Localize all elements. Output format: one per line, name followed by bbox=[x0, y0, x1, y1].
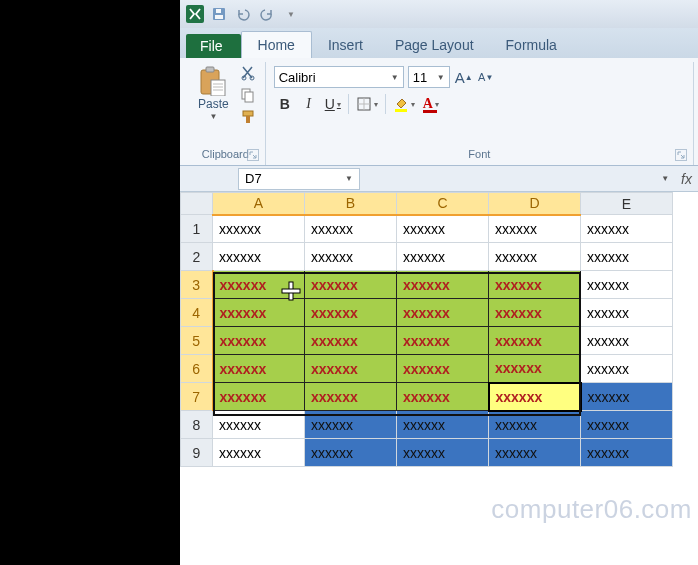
cell[interactable]: xxxxxx bbox=[581, 299, 673, 327]
fill-color-button[interactable]: ▾ bbox=[390, 93, 418, 115]
cell[interactable]: xxxxxx bbox=[581, 439, 673, 467]
tab-file[interactable]: File bbox=[186, 34, 241, 58]
undo-icon[interactable] bbox=[234, 5, 252, 23]
worksheet-grid[interactable]: ABCDE 1xxxxxxxxxxxxxxxxxxxxxxxxxxxxxx2xx… bbox=[180, 192, 698, 565]
cell[interactable]: xxxxxx bbox=[581, 327, 673, 355]
cell[interactable]: xxxxxx bbox=[489, 327, 581, 355]
cell[interactable]: xxxxxx bbox=[305, 411, 397, 439]
separator bbox=[385, 94, 386, 114]
cell[interactable]: xxxxxx bbox=[213, 215, 305, 243]
cell[interactable]: xxxxxx bbox=[489, 215, 581, 243]
cell[interactable]: xxxxxx bbox=[489, 383, 581, 411]
cell[interactable]: xxxxxx bbox=[581, 243, 673, 271]
cell[interactable]: xxxxxx bbox=[397, 411, 489, 439]
row-header[interactable]: 9 bbox=[181, 439, 213, 467]
format-painter-icon[interactable] bbox=[239, 108, 257, 126]
copy-icon[interactable] bbox=[239, 86, 257, 104]
cell[interactable]: xxxxxx bbox=[213, 411, 305, 439]
cell[interactable]: xxxxxx bbox=[397, 355, 489, 383]
cell[interactable]: xxxxxx bbox=[397, 383, 489, 411]
tab-insert[interactable]: Insert bbox=[312, 32, 379, 58]
fx-icon[interactable]: fx bbox=[681, 171, 692, 187]
tab-page-layout[interactable]: Page Layout bbox=[379, 32, 490, 58]
chevron-down-icon: ▼ bbox=[345, 174, 353, 183]
svg-rect-18 bbox=[395, 109, 407, 112]
row-header[interactable]: 7 bbox=[181, 383, 213, 411]
cell[interactable]: xxxxxx bbox=[397, 439, 489, 467]
column-header[interactable]: C bbox=[397, 193, 489, 215]
grow-font-button[interactable]: A▲ bbox=[454, 66, 474, 88]
row-header[interactable]: 8 bbox=[181, 411, 213, 439]
cell[interactable]: xxxxxx bbox=[489, 355, 581, 383]
underline-button[interactable]: U▾ bbox=[322, 93, 344, 115]
row-header[interactable]: 3 bbox=[181, 271, 213, 299]
cell[interactable]: xxxxxx bbox=[305, 299, 397, 327]
cell[interactable]: xxxxxx bbox=[213, 243, 305, 271]
cell[interactable]: xxxxxx bbox=[213, 439, 305, 467]
font-dialog-launcher-icon[interactable] bbox=[675, 149, 687, 161]
font-name-select[interactable]: Calibri ▼ bbox=[274, 66, 404, 88]
cell[interactable]: xxxxxx bbox=[581, 215, 673, 243]
cell[interactable]: xxxxxx bbox=[489, 271, 581, 299]
shrink-font-button[interactable]: A▼ bbox=[476, 66, 496, 88]
svg-rect-5 bbox=[211, 80, 225, 96]
font-name-value: Calibri bbox=[279, 70, 316, 85]
cell[interactable]: xxxxxx bbox=[213, 271, 305, 299]
chevron-down-icon: ▼ bbox=[391, 73, 399, 82]
chevron-down-icon: ▼ bbox=[209, 112, 217, 121]
cell[interactable]: xxxxxx bbox=[213, 327, 305, 355]
row-header[interactable]: 5 bbox=[181, 327, 213, 355]
tab-home[interactable]: Home bbox=[241, 31, 312, 58]
cell[interactable]: xxxxxx bbox=[305, 327, 397, 355]
row-header[interactable]: 2 bbox=[181, 243, 213, 271]
column-header[interactable]: E bbox=[581, 193, 673, 215]
cell[interactable]: xxxxxx bbox=[581, 383, 673, 411]
column-header[interactable]: B bbox=[305, 193, 397, 215]
cell[interactable]: xxxxxx bbox=[305, 215, 397, 243]
cell[interactable]: xxxxxx bbox=[213, 355, 305, 383]
cell[interactable]: xxxxxx bbox=[305, 271, 397, 299]
qat-customize-icon[interactable]: ▼ bbox=[282, 5, 300, 23]
cell[interactable]: xxxxxx bbox=[305, 383, 397, 411]
italic-button[interactable]: I bbox=[298, 93, 320, 115]
chevron-down-icon[interactable]: ▼ bbox=[661, 174, 669, 183]
svg-rect-12 bbox=[245, 92, 253, 102]
clipboard-dialog-launcher-icon[interactable] bbox=[247, 149, 259, 161]
paste-button[interactable]: Paste ▼ bbox=[194, 64, 233, 123]
redo-icon[interactable] bbox=[258, 5, 276, 23]
cell[interactable]: xxxxxx bbox=[489, 411, 581, 439]
select-all-corner[interactable] bbox=[181, 193, 213, 215]
cell[interactable]: xxxxxx bbox=[213, 299, 305, 327]
font-color-button[interactable]: A ▾ bbox=[420, 93, 442, 115]
cell[interactable]: xxxxxx bbox=[489, 299, 581, 327]
cell[interactable]: xxxxxx bbox=[489, 243, 581, 271]
svg-rect-1 bbox=[215, 15, 223, 19]
column-header[interactable]: A bbox=[213, 193, 305, 215]
font-size-select[interactable]: 11 ▼ bbox=[408, 66, 450, 88]
cell[interactable]: xxxxxx bbox=[305, 355, 397, 383]
cell[interactable]: xxxxxx bbox=[489, 439, 581, 467]
font-size-value: 11 bbox=[413, 70, 427, 85]
cell[interactable]: xxxxxx bbox=[581, 411, 673, 439]
row-header[interactable]: 6 bbox=[181, 355, 213, 383]
cell[interactable]: xxxxxx bbox=[397, 215, 489, 243]
cell[interactable]: xxxxxx bbox=[581, 355, 673, 383]
cell[interactable]: xxxxxx bbox=[397, 327, 489, 355]
bold-button[interactable]: B bbox=[274, 93, 296, 115]
name-box[interactable]: D7 ▼ bbox=[238, 168, 360, 190]
cell[interactable]: xxxxxx bbox=[305, 439, 397, 467]
cell[interactable]: xxxxxx bbox=[397, 243, 489, 271]
cell[interactable]: xxxxxx bbox=[581, 271, 673, 299]
tab-formulas[interactable]: Formula bbox=[490, 32, 573, 58]
cell[interactable]: xxxxxx bbox=[305, 243, 397, 271]
cell[interactable]: xxxxxx bbox=[397, 271, 489, 299]
column-header[interactable]: D bbox=[489, 193, 581, 215]
clipboard-group-text: Clipboard bbox=[202, 148, 249, 160]
cut-icon[interactable] bbox=[239, 64, 257, 82]
cell[interactable]: xxxxxx bbox=[213, 383, 305, 411]
row-header[interactable]: 4 bbox=[181, 299, 213, 327]
borders-button[interactable]: ▾ bbox=[353, 93, 381, 115]
save-icon[interactable] bbox=[210, 5, 228, 23]
cell[interactable]: xxxxxx bbox=[397, 299, 489, 327]
row-header[interactable]: 1 bbox=[181, 215, 213, 243]
